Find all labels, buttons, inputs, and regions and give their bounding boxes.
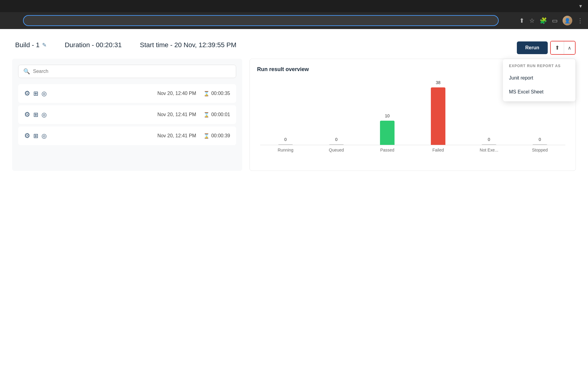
chrome-icon: ◎ [41,111,47,118]
search-box: 🔍 [18,65,236,78]
chart-label-stopped: Stopped [528,148,552,152]
action-buttons: Rerun ⬆ ∧ EXPORT RUN REPORT AS Junit rep… [517,41,576,55]
table-row[interactable]: ⚙ ⊞ ◎ Nov 20, 12:41 PM ⌛ 00:00:01 [18,105,236,124]
bar-stopped: 0 [533,137,547,145]
search-container: 🔍 [18,65,236,78]
avatar-face: 👤 [563,16,572,25]
bar-queued: 0 [329,137,344,145]
gear-icon: ⚙ [24,90,30,97]
bar-passed: 10 [380,113,395,145]
test-row-meta: Nov 20, 12:40 PM ⌛ 00:00:35 [157,91,230,96]
hourglass-icon: ⌛ [203,133,210,139]
test-duration: ⌛ 00:00:39 [203,133,230,139]
chart-labels: Running Queued Passed Failed Not Exe... … [260,148,565,152]
test-row-meta: Nov 20, 12:41 PM ⌛ 00:00:39 [157,133,230,139]
bar-value-passed: 10 [385,113,390,118]
bar-failed: 38 [431,80,445,145]
chrome-icon: ◎ [41,90,47,97]
export-button[interactable]: ⬆ ∧ [550,41,576,55]
address-bar-container [23,15,499,26]
gear-icon: ⚙ [24,111,30,119]
test-row-icons: ⚙ ⊞ ◎ [24,111,47,119]
windows-icon: ⊞ [33,90,38,97]
bar-value-notexec: 0 [488,137,490,142]
table-row[interactable]: ⚙ ⊞ ◎ Nov 20, 12:41 PM ⌛ 00:00:39 [18,126,236,145]
export-share-button[interactable]: ⬆ [551,41,564,54]
chart-label-notexec: Not Exe... [477,148,501,152]
browser-dropdown-chevron[interactable]: ▾ [579,3,582,9]
gear-icon: ⚙ [24,132,30,140]
share-icon[interactable]: ⬆ [519,17,524,24]
bar-value-stopped: 0 [539,137,541,142]
test-time: Nov 20, 12:41 PM [157,112,196,117]
bar-shape-notexec [482,144,496,145]
test-time: Nov 20, 12:41 PM [157,133,196,139]
avatar[interactable]: 👤 [563,16,572,25]
chrome-icon: ◎ [41,132,47,139]
edit-icon[interactable]: ✎ [42,42,47,48]
dropdown-item-excel[interactable]: MS Excel Sheet [503,85,576,99]
bar-notexec: 0 [482,137,496,145]
test-duration: ⌛ 00:00:35 [203,91,230,96]
build-header: Build - 1 ✎ Duration - 00:20:31 Start ti… [12,41,576,49]
test-duration: ⌛ 00:00:01 [203,112,230,118]
rerun-button[interactable]: Rerun [517,41,548,54]
windows-icon: ⊞ [33,111,38,118]
bar-shape-passed [380,121,395,145]
chart-label-running: Running [273,148,298,152]
test-row-icons: ⚙ ⊞ ◎ [24,132,47,140]
menu-icon[interactable]: ⋮ [577,17,583,24]
left-panel: 🔍 ⚙ ⊞ ◎ Nov 20, 12:40 PM ⌛ 00:00:35 [12,59,242,171]
windows-icon: ⊞ [33,132,38,139]
content-layout: 🔍 ⚙ ⊞ ◎ Nov 20, 12:40 PM ⌛ 00:00:35 [12,59,576,171]
browser-toolbar: ⬆ ☆ 🧩 ▭ 👤 ⋮ [0,12,588,29]
bar-shape-stopped [533,144,547,145]
test-row-icons: ⚙ ⊞ ◎ [24,90,47,97]
chart-label-passed: Passed [375,148,399,152]
search-input[interactable] [33,69,231,74]
star-icon[interactable]: ☆ [529,17,535,24]
toolbar-right: ⬆ ☆ 🧩 ▭ 👤 ⋮ [519,16,583,25]
start-time-label: Start time - 20 Nov, 12:39:55 PM [140,41,236,49]
right-panel: Rerun ⬆ ∧ EXPORT RUN REPORT AS Junit rep… [249,59,576,171]
sidebar-icon[interactable]: ▭ [552,17,558,24]
export-chevron-button[interactable]: ∧ [564,42,575,54]
build-label-group: Build - 1 ✎ [15,41,47,49]
bar-value-failed: 38 [436,80,441,85]
dropdown-item-junit[interactable]: Junit report [503,71,576,85]
bar-shape-failed [431,87,445,145]
export-dropdown: EXPORT RUN REPORT AS Junit report MS Exc… [503,59,576,101]
duration-label: Duration - 00:20:31 [65,41,122,49]
table-row[interactable]: ⚙ ⊞ ◎ Nov 20, 12:40 PM ⌛ 00:00:35 [18,84,236,103]
chart-label-queued: Queued [324,148,349,152]
browser-top-bar: ▾ [0,0,588,12]
extensions-icon[interactable]: 🧩 [540,17,547,24]
test-row-meta: Nov 20, 12:41 PM ⌛ 00:00:01 [157,112,230,118]
address-bar[interactable] [23,15,499,26]
dropdown-header: EXPORT RUN REPORT AS [503,64,576,71]
main-content: Build - 1 ✎ Duration - 00:20:31 Start ti… [0,29,588,362]
chart-label-failed: Failed [426,148,450,152]
build-label: Build - 1 [15,41,40,49]
search-icon: 🔍 [23,68,30,75]
test-time: Nov 20, 12:40 PM [157,91,196,96]
hourglass-icon: ⌛ [203,91,210,96]
bar-running: 0 [278,137,293,145]
bar-value-queued: 0 [335,137,338,142]
bar-shape-running [278,144,293,145]
hourglass-icon: ⌛ [203,112,210,118]
bar-value-running: 0 [284,137,287,142]
bar-shape-queued [329,144,344,145]
